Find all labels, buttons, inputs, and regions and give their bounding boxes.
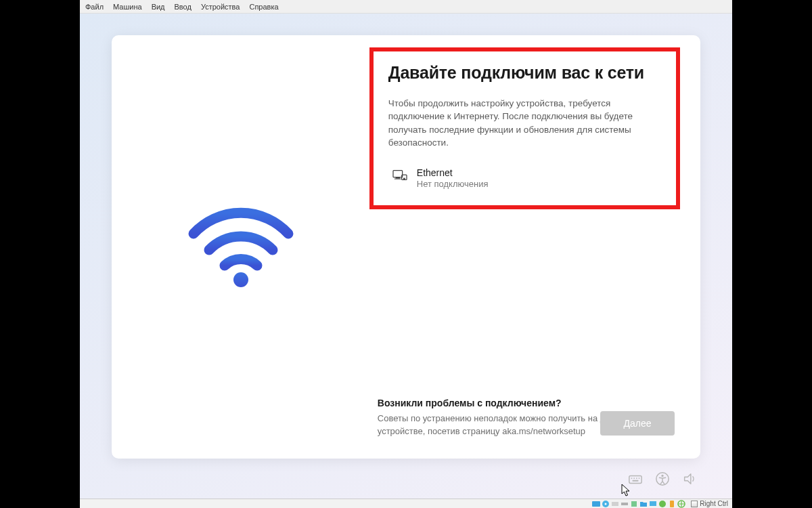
svg-point-0 bbox=[233, 272, 248, 287]
page-description: Чтобы продолжить настройку устройства, т… bbox=[388, 97, 662, 150]
network-info: Ethernet Нет подключения bbox=[417, 167, 489, 189]
svg-rect-6 bbox=[629, 475, 641, 483]
svg-rect-19 bbox=[625, 503, 628, 505]
status-disc-icon[interactable] bbox=[602, 500, 610, 508]
svg-rect-20 bbox=[631, 501, 637, 507]
svg-rect-21 bbox=[650, 501, 656, 506]
svg-rect-14 bbox=[592, 501, 600, 507]
keyboard-icon[interactable] bbox=[628, 471, 643, 489]
svg-rect-18 bbox=[621, 503, 625, 505]
vm-status-bar: Right Ctrl bbox=[80, 499, 732, 508]
network-item-ethernet[interactable]: Ethernet Нет подключения bbox=[388, 167, 662, 189]
menu-input[interactable]: Ввод bbox=[175, 3, 191, 11]
vm-window: Файл Машина Вид Ввод Устройства Справка bbox=[80, 0, 732, 499]
host-key-indicator[interactable]: Right Ctrl bbox=[691, 500, 728, 507]
host-key-label: Right Ctrl bbox=[700, 500, 728, 507]
svg-rect-2 bbox=[395, 177, 399, 179]
menu-file[interactable]: Файл bbox=[85, 3, 104, 11]
oobe-card: Давайте подключим вас к сети Чтобы продо… bbox=[112, 35, 700, 459]
menu-devices[interactable]: Устройства bbox=[201, 3, 240, 11]
menu-bar: Файл Машина Вид Ввод Устройства Справка bbox=[80, 0, 732, 14]
status-network-icon[interactable] bbox=[621, 500, 629, 508]
menu-help[interactable]: Справка bbox=[249, 3, 278, 11]
status-audio-icon[interactable] bbox=[611, 500, 619, 508]
network-status: Нет подключения bbox=[417, 179, 489, 189]
svg-rect-5 bbox=[403, 178, 405, 180]
accessibility-icon[interactable] bbox=[655, 471, 670, 489]
guest-screen: Давайте подключим вас к сети Чтобы продо… bbox=[80, 14, 732, 499]
svg-point-13 bbox=[661, 475, 663, 477]
network-name: Ethernet bbox=[417, 167, 489, 178]
svg-point-16 bbox=[605, 503, 607, 505]
svg-rect-1 bbox=[393, 171, 403, 177]
page-heading: Давайте подключим вас к сети bbox=[388, 62, 662, 83]
svg-rect-23 bbox=[670, 501, 674, 507]
card-illustration bbox=[112, 35, 371, 459]
status-info-icon[interactable] bbox=[668, 500, 676, 508]
status-folder-icon[interactable] bbox=[639, 500, 648, 508]
svg-point-22 bbox=[659, 501, 666, 507]
menu-machine[interactable]: Машина bbox=[113, 3, 142, 11]
menu-view[interactable]: Вид bbox=[152, 3, 165, 11]
status-mouse-icon[interactable] bbox=[677, 500, 685, 508]
host-key-icon bbox=[691, 501, 698, 507]
troubleshoot-title: Возникли проблемы с подключением? bbox=[378, 398, 664, 408]
status-display-icon[interactable] bbox=[649, 500, 657, 508]
card-content: Давайте подключим вас к сети Чтобы продо… bbox=[371, 35, 700, 459]
wifi-icon bbox=[183, 201, 298, 292]
svg-rect-17 bbox=[612, 502, 618, 506]
status-hdd-icon[interactable] bbox=[592, 500, 600, 508]
oobe-system-icons bbox=[628, 471, 697, 489]
svg-rect-3 bbox=[394, 179, 401, 179]
status-record-icon[interactable] bbox=[658, 500, 667, 508]
highlight-box: Давайте подключим вас к сети Чтобы продо… bbox=[369, 47, 680, 210]
next-button[interactable]: Далее bbox=[600, 411, 675, 436]
status-usb-icon[interactable] bbox=[630, 500, 638, 508]
volume-icon[interactable] bbox=[682, 471, 697, 489]
ethernet-icon bbox=[392, 169, 407, 185]
